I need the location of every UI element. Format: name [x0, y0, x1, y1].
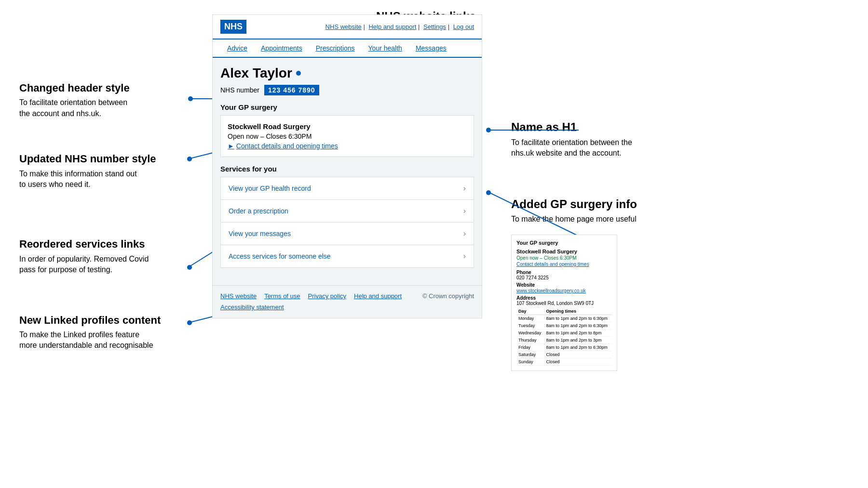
nhs-header-links: NHS website | Help and support | Setting…: [324, 23, 474, 30]
annotation-nhs-number-title: Updated NHS number style: [19, 153, 198, 165]
service-chevron-3: ›: [463, 252, 466, 261]
table-cell-times: 8am to 1pm and 2pm to 3pm: [544, 336, 612, 343]
table-header-day: Day: [516, 308, 544, 315]
table-row: Thursday8am to 1pm and 2pm to 3pm: [516, 336, 612, 343]
service-chevron-2: ›: [463, 229, 466, 238]
nav-advice[interactable]: Advice: [220, 40, 254, 57]
nhs-main-content: Alex Taylor NHS number 123 456 7890 Your…: [213, 58, 482, 276]
annotation-name-h1: Name as H1 To facilitate orientation bet…: [511, 120, 849, 159]
footer-link-privacy[interactable]: Privacy policy: [308, 292, 346, 300]
annotation-nhs-number-desc: To make this information stand outto use…: [19, 169, 198, 190]
nhs-footer-bottom: NHS website Terms of use Privacy policy …: [220, 292, 474, 311]
table-cell-times: Closed: [544, 351, 612, 358]
gp-panel-expanded: Your GP surgery Stockwell Road Surgery O…: [511, 235, 617, 371]
table-cell-times: 8am to 1pm and 2pm to 6:30pm: [544, 322, 612, 329]
annotation-header-style-title: Changed header style: [19, 82, 198, 94]
nhs-mockup-container: NHS NHS website | Help and support | Set…: [212, 14, 482, 474]
table-row: Friday8am to 1pm and 2pm to 6:30pm: [516, 343, 612, 351]
annotation-gp-info-title: Added GP surgery info: [511, 198, 849, 211]
table-row: Monday8am to 1pm and 2pm to 6:30pm: [516, 315, 612, 322]
annotation-linked-profiles-title: New Linked profiles content: [19, 314, 198, 327]
header-link-nhs-website[interactable]: NHS website: [326, 23, 362, 30]
gp-surgery-card: Stockwell Road Surgery Open now – Closes…: [220, 115, 474, 157]
table-cell-day: Friday: [516, 343, 544, 351]
table-header-times: Opening times: [544, 308, 612, 315]
gp-panel-surgery-name: Stockwell Road Surgery: [516, 249, 612, 254]
footer-copyright: © Crown copyright: [422, 292, 474, 300]
header-link-help[interactable]: Help and support: [368, 23, 416, 30]
service-messages[interactable]: View your messages ›: [220, 222, 474, 245]
nhs-logo: NHS: [220, 20, 246, 34]
nav-messages[interactable]: Messages: [409, 40, 453, 57]
nhs-footer-links-wrapper: NHS website Terms of use Privacy policy …: [220, 292, 402, 311]
annotation-services-title: Reordered services links: [19, 238, 198, 251]
footer-link-accessibility[interactable]: Accessibility statement: [220, 303, 284, 311]
annotation-nhs-number: Updated NHS number style To make this in…: [19, 153, 198, 190]
service-prescription[interactable]: Order a prescription ›: [220, 199, 474, 222]
table-cell-day: Sunday: [516, 358, 544, 365]
services-list: View your GP health record › Order a pre…: [220, 177, 474, 268]
annotation-header-style: Changed header style To facilitate orien…: [19, 82, 198, 119]
table-row: SundayClosed: [516, 358, 612, 365]
nhs-number-badge: 123 456 7890: [264, 85, 319, 95]
gp-panel-phone: Phone 020 7274 3225: [516, 270, 612, 280]
table-row: Wednesday8am to 1pm and 2pm to 8pm: [516, 329, 612, 336]
user-name-heading: Alex Taylor: [220, 66, 474, 81]
service-someone-else[interactable]: Access services for someone else ›: [220, 245, 474, 268]
table-cell-day: Thursday: [516, 336, 544, 343]
table-cell-times: 8am to 1pm and 2pm to 6:30pm: [544, 343, 612, 351]
table-cell-day: Saturday: [516, 351, 544, 358]
annotation-header-style-desc: To facilitate orientation betweenthe acc…: [19, 97, 198, 119]
gp-panel-website-link[interactable]: www.stockwellroadsurgery.co.uk: [516, 288, 586, 293]
gp-surgery-section-title: Your GP surgery: [220, 103, 474, 111]
footer-link-help[interactable]: Help and support: [354, 292, 402, 300]
gp-contact-link[interactable]: ► Contact details and opening times: [228, 142, 467, 150]
annotation-gp-info: Added GP surgery info To make the home p…: [511, 198, 849, 225]
table-cell-times: 8am to 1pm and 2pm to 8pm: [544, 329, 612, 336]
footer-link-terms[interactable]: Terms of use: [264, 292, 300, 300]
footer-link-nhs[interactable]: NHS website: [220, 292, 257, 300]
table-cell-day: Monday: [516, 315, 544, 322]
annotation-linked-profiles-desc: To make the Linked profiles featuremore …: [19, 330, 198, 351]
service-chevron-0: ›: [463, 184, 466, 193]
gp-panel-contact-link[interactable]: Contact details and opening times: [516, 262, 612, 267]
table-cell-day: Tuesday: [516, 322, 544, 329]
table-row: Tuesday8am to 1pm and 2pm to 6:30pm: [516, 322, 612, 329]
nhs-nav: Advice Appointments Prescriptions Your h…: [213, 40, 482, 58]
table-cell-times: 8am to 1pm and 2pm to 6:30pm: [544, 315, 612, 322]
nav-prescriptions[interactable]: Prescriptions: [309, 40, 362, 57]
gp-surgery-status: Open now – Closes 6:30PM: [228, 132, 467, 140]
nhs-footer: NHS website Terms of use Privacy policy …: [213, 285, 482, 318]
annotation-services-desc: In order of popularity. Removed Covidpas…: [19, 254, 198, 276]
table-cell-day: Wednesday: [516, 329, 544, 336]
left-annotations-panel: Changed header style To facilitate orien…: [19, 14, 212, 474]
annotation-linked-profiles: New Linked profiles content To make the …: [19, 314, 198, 351]
gp-opening-hours-table: Day Opening times Monday8am to 1pm and 2…: [516, 308, 612, 366]
nhs-mockup: NHS NHS website | Help and support | Set…: [212, 14, 482, 318]
header-link-logout[interactable]: Log out: [453, 23, 474, 30]
header-link-settings[interactable]: Settings: [423, 23, 446, 30]
nav-appointments[interactable]: Appointments: [254, 40, 309, 57]
name-dot-indicator: [296, 71, 301, 76]
nhs-number-row: NHS number 123 456 7890: [220, 85, 474, 95]
annotation-name-h1-title: Name as H1: [511, 120, 849, 134]
gp-panel-title: Your GP surgery: [516, 240, 612, 246]
service-gp-health-record[interactable]: View your GP health record ›: [220, 177, 474, 199]
services-section-title: Services for you: [220, 165, 474, 173]
table-row: SaturdayClosed: [516, 351, 612, 358]
nhs-header: NHS NHS website | Help and support | Set…: [213, 15, 482, 40]
annotation-services: Reordered services links In order of pop…: [19, 238, 198, 275]
gp-surgery-name: Stockwell Road Surgery: [228, 122, 467, 131]
nhs-number-label: NHS number: [220, 86, 259, 94]
table-cell-times: Closed: [544, 358, 612, 365]
nhs-footer-links: NHS website Terms of use Privacy policy …: [220, 292, 402, 300]
service-chevron-1: ›: [463, 207, 466, 215]
annotation-gp-info-desc: To make the home page more useful: [511, 214, 849, 224]
gp-panel-address: Address 107 Stockwell Rd, London SW9 0TJ: [516, 295, 612, 306]
gp-panel-website: Website www.stockwellroadsurgery.co.uk: [516, 282, 612, 293]
nav-your-health[interactable]: Your health: [362, 40, 409, 57]
gp-panel-open-status: Open now – Closes 6:30PM: [516, 255, 612, 261]
right-annotations-panel: Name as H1 To facilitate orientation bet…: [482, 14, 849, 474]
annotation-name-h1-desc: To facilitate orientation between thenhs…: [511, 137, 849, 159]
